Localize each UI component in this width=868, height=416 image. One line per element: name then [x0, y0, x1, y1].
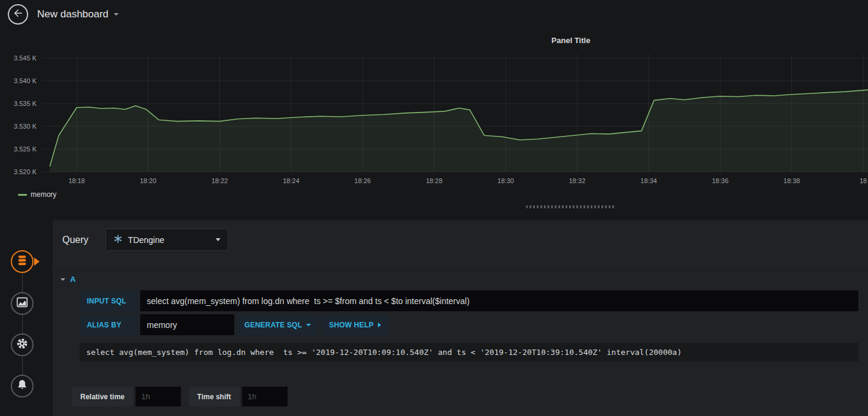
query-header: Query TDengine — [53, 220, 868, 258]
tab-alert[interactable] — [11, 375, 34, 397]
svg-text:18:20: 18:20 — [140, 177, 157, 184]
svg-text:3.525 K: 3.525 K — [14, 145, 37, 153]
graph-panel: Panel Title 18:1818:2018:2218:2418:2618:… — [6, 31, 868, 205]
svg-text:18:26: 18:26 — [355, 177, 371, 184]
query-ref-id: A — [70, 275, 75, 284]
bell-icon — [16, 378, 29, 394]
database-icon — [16, 254, 29, 269]
generate-sql-button[interactable]: GENERATE SQL — [237, 314, 319, 335]
legend-color-swatch — [18, 194, 27, 196]
svg-text:18:36: 18:36 — [712, 177, 728, 184]
gear-icon — [16, 337, 29, 353]
back-button[interactable] — [8, 4, 28, 25]
time-shift-label: Time shift — [189, 387, 239, 406]
query-editor-panel: Query TDengine A — [53, 220, 868, 416]
show-help-button[interactable]: SHOW HELP — [321, 314, 388, 335]
grafana-page: New dashboard Panel Title 18:1818:2018:2… — [0, 0, 868, 416]
alias-by-field[interactable] — [140, 314, 234, 335]
tab-queries[interactable] — [11, 250, 34, 273]
horizontal-scrollbar-thumb[interactable] — [526, 205, 616, 208]
relative-time-label: Relative time — [72, 387, 133, 406]
relative-time-field[interactable] — [135, 387, 181, 406]
svg-text:18:24: 18:24 — [283, 177, 300, 184]
query-ref-row[interactable]: A — [53, 270, 868, 288]
svg-text:18:30: 18:30 — [497, 177, 514, 184]
svg-text:18:32: 18:32 — [569, 177, 586, 184]
input-sql-label: INPUT SQL — [80, 290, 138, 311]
panel-editor: Query TDengine A — [0, 220, 868, 416]
alias-by-label: ALIAS BY — [80, 314, 138, 335]
svg-text:18:18: 18:18 — [68, 177, 85, 184]
dashboard-title-menu[interactable]: New dashboard — [37, 8, 119, 20]
svg-text:3.545 K: 3.545 K — [14, 54, 37, 62]
panel-title[interactable]: Panel Title — [552, 36, 591, 45]
legend-item-memory[interactable]: memory — [18, 190, 56, 199]
chevron-right-icon — [378, 323, 381, 327]
alias-by-row: ALIAS BY GENERATE SQL SHOW HELP — [80, 314, 858, 335]
collapse-caret-icon — [61, 278, 65, 281]
svg-text:18:38: 18:38 — [784, 177, 800, 184]
top-bar: New dashboard — [0, 0, 868, 29]
svg-text:3.535 K: 3.535 K — [14, 100, 37, 107]
arrow-left-icon — [13, 8, 23, 21]
legend-label: memory — [31, 190, 56, 199]
time-shift-field[interactable] — [242, 387, 288, 406]
query-section-label: Query — [62, 235, 89, 245]
tab-visualization[interactable] — [11, 292, 34, 315]
generate-sql-label: GENERATE SQL — [244, 321, 302, 329]
svg-text:3.530 K: 3.530 K — [14, 123, 37, 130]
active-tab-arrow-icon — [34, 257, 40, 266]
tab-connector-line — [22, 257, 23, 388]
show-help-label: SHOW HELP — [329, 321, 373, 329]
svg-text:18: 18 — [860, 177, 867, 184]
tdengine-logo-icon — [113, 234, 123, 245]
query-options-row: Relative time Time shift — [72, 387, 858, 406]
svg-text:3.540 K: 3.540 K — [14, 77, 37, 84]
input-sql-field[interactable] — [140, 290, 858, 311]
datasource-name: TDengine — [128, 235, 165, 245]
dashboard-title: New dashboard — [37, 8, 108, 20]
chevron-down-icon — [216, 238, 220, 241]
chevron-down-icon — [306, 324, 311, 326]
query-form: INPUT SQL ALIAS BY GENERATE SQL SHOW HEL… — [80, 290, 858, 338]
chart-icon — [16, 296, 29, 311]
svg-text:18:22: 18:22 — [211, 177, 228, 184]
input-sql-row: INPUT SQL — [80, 290, 858, 311]
svg-text:3.520 K: 3.520 K — [14, 168, 37, 175]
svg-text:18:28: 18:28 — [426, 177, 443, 184]
timeseries-chart[interactable]: 18:1818:2018:2218:2418:2618:2818:3018:32… — [6, 48, 868, 192]
datasource-picker[interactable]: TDengine — [105, 229, 228, 251]
svg-text:18:34: 18:34 — [640, 177, 657, 184]
tab-general[interactable] — [11, 333, 34, 356]
chevron-down-icon — [114, 13, 119, 16]
generated-sql-preview: select avg(mem_system) from log.dn where… — [80, 343, 858, 362]
editor-tab-bar — [0, 220, 53, 416]
